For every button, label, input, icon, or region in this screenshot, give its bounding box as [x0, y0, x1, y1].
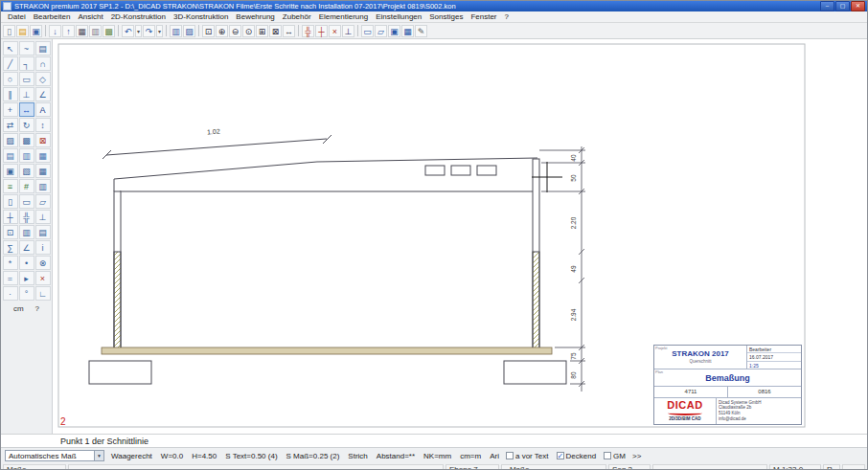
- tool-freehand-icon[interactable]: ~: [19, 41, 34, 56]
- menu-item-ansicht[interactable]: Ansicht: [74, 12, 106, 21]
- drawing-canvas[interactable]: 1.02: [53, 39, 867, 434]
- import-icon[interactable]: ↓: [49, 25, 61, 37]
- dim-checkbox-deckend[interactable]: ✓Deckend: [557, 452, 597, 460]
- tool-mesh-icon[interactable]: #: [19, 179, 34, 193]
- tool-grid-icon[interactable]: ╬: [19, 210, 34, 224]
- menu-item-bearbeiten[interactable]: Bearbeiten: [30, 12, 75, 21]
- tool-point-icon[interactable]: •: [19, 256, 34, 270]
- menu-item-help[interactable]: ?: [501, 12, 513, 21]
- select-filter-icon[interactable]: ▦: [401, 25, 414, 37]
- tool-star-icon[interactable]: *: [3, 256, 18, 270]
- tool-beam-tool-icon[interactable]: ▭: [19, 194, 34, 209]
- select-all-icon[interactable]: ▣: [388, 25, 400, 37]
- tool-clipboard-icon[interactable]: ▣: [3, 164, 18, 178]
- redo-icon[interactable]: ↷: [143, 25, 155, 37]
- zoom-window-icon[interactable]: ⊡: [202, 25, 215, 37]
- tool-column-tool-icon[interactable]: ▯: [3, 194, 18, 209]
- tool-table-icon[interactable]: ▦: [35, 164, 51, 178]
- menu-item-2d-konstruktion[interactable]: 2D-Konstruktion: [107, 12, 170, 21]
- menu-item-datei[interactable]: Datei: [4, 12, 30, 21]
- paste-icon[interactable]: ▨: [183, 25, 195, 37]
- tool-snap-node-icon[interactable]: ·: [3, 286, 18, 301]
- pan-icon[interactable]: ↔: [283, 25, 295, 37]
- select-window-icon[interactable]: ▭: [361, 25, 374, 37]
- tool-axis-icon[interactable]: ┼: [3, 210, 18, 224]
- print-icon[interactable]: ▦: [76, 25, 88, 37]
- tool-ortho-icon[interactable]: ∟: [35, 286, 51, 301]
- dim-checkbox-gm[interactable]: GM: [604, 452, 626, 460]
- undo-menu-icon[interactable]: ▾: [135, 25, 142, 37]
- snap-point-icon[interactable]: ┼: [315, 25, 328, 37]
- menu-item-zubeh-r[interactable]: Zubehör: [279, 12, 315, 21]
- tool-stretch-icon[interactable]: ↕: [35, 118, 51, 132]
- redo-menu-icon[interactable]: ▾: [156, 25, 163, 37]
- dimension-mode-dropdown[interactable]: Automatisches Maß ▼: [5, 450, 104, 461]
- tool-draw-polygon-icon[interactable]: ◇: [35, 72, 51, 86]
- save-icon[interactable]: ▣: [30, 25, 42, 37]
- menu-item-bewehrung[interactable]: Bewehrung: [232, 12, 278, 21]
- tool-erase-icon[interactable]: ⊠: [35, 133, 51, 147]
- copy-icon[interactable]: ▥: [170, 25, 182, 37]
- tool-move-icon[interactable]: +: [3, 102, 18, 117]
- tool-dimension-icon[interactable]: ↔: [19, 102, 34, 117]
- snap-perpendicular-icon[interactable]: ⊥: [342, 25, 354, 37]
- tool-info-icon[interactable]: i: [35, 240, 51, 255]
- tool-slab-tool-icon[interactable]: ▱: [35, 194, 51, 209]
- snap-intersection-icon[interactable]: ×: [329, 25, 341, 37]
- tool-draw-arc-icon[interactable]: ∩: [35, 56, 51, 71]
- undo-icon[interactable]: ↶: [122, 25, 134, 37]
- tool-zoom-sheet-icon[interactable]: ⊡: [3, 225, 18, 239]
- open-file-icon[interactable]: ▤: [16, 25, 29, 37]
- dim-checkbox-a-vor-text[interactable]: a vor Text: [506, 452, 549, 460]
- menu-item-elementierung[interactable]: Elementierung: [315, 12, 373, 21]
- sidebar-help-button[interactable]: ?: [35, 304, 39, 313]
- tool-mirror-icon[interactable]: ⇄: [3, 118, 18, 132]
- tool-fill-icon[interactable]: ▩: [19, 133, 34, 147]
- tool-draw-circle-icon[interactable]: ○: [3, 72, 18, 86]
- zoom-sheet-icon[interactable]: ⊠: [269, 25, 282, 37]
- tool-draw-rectangle-icon[interactable]: ▭: [19, 72, 34, 86]
- plot-preview-icon[interactable]: ▥: [89, 25, 102, 37]
- tool-sheet-copy-icon[interactable]: ▥: [19, 148, 34, 163]
- tool-draw-polyline-icon[interactable]: ┐: [19, 56, 34, 71]
- menu-item-einstellungen[interactable]: Einstellungen: [372, 12, 425, 21]
- tool-level-icon[interactable]: ⊥: [35, 210, 51, 224]
- tool-parallel-line-icon[interactable]: ∥: [3, 87, 18, 101]
- tool-rebar-icon[interactable]: ≡: [3, 179, 18, 193]
- tool-text-icon[interactable]: A: [35, 102, 51, 117]
- tool-sheet-blue-icon[interactable]: ▤: [3, 148, 18, 163]
- tool-draw-line-icon[interactable]: ╱: [3, 56, 18, 71]
- zoom-out-icon[interactable]: ⊖: [229, 25, 241, 37]
- tool-stirrup-icon[interactable]: ▥: [35, 179, 51, 193]
- tool-angle-line-icon[interactable]: ∠: [35, 87, 51, 101]
- select-polygon-icon[interactable]: ▱: [375, 25, 387, 37]
- zoom-previous-icon[interactable]: ⊙: [242, 25, 255, 37]
- menu-item-sonstiges[interactable]: Sonstiges: [425, 12, 467, 21]
- tool-select-arrow-icon[interactable]: ↖: [3, 41, 18, 56]
- tool-paste-object-icon[interactable]: ▧: [19, 164, 34, 178]
- export-icon[interactable]: ↑: [62, 25, 75, 37]
- tool-hatch-icon[interactable]: ▨: [3, 133, 18, 147]
- tool-equal-icon[interactable]: =: [3, 271, 18, 285]
- new-file-icon[interactable]: ▯: [3, 25, 15, 37]
- tool-rotate-icon[interactable]: ↻: [19, 118, 34, 132]
- menu-item-fenster[interactable]: Fenster: [467, 12, 500, 21]
- more-options-button[interactable]: >>: [632, 452, 641, 460]
- tool-lock-icon[interactable]: ⊗: [35, 256, 51, 270]
- tool-sheet-grid-icon[interactable]: ▦: [35, 148, 51, 163]
- minimize-button[interactable]: –: [820, 1, 834, 11]
- screenshot-icon[interactable]: ▩: [103, 25, 115, 37]
- maximize-button[interactable]: ▢: [835, 1, 850, 11]
- tool-print-sheet-icon[interactable]: ▤: [35, 225, 51, 239]
- zoom-all-icon[interactable]: ⊞: [256, 25, 268, 37]
- tool-marker-icon[interactable]: ▸: [19, 271, 34, 285]
- menu-item-3d-konstruktion[interactable]: 3D-Konstruktion: [170, 12, 232, 21]
- tool-perpendicular-line-icon[interactable]: ⊥: [19, 87, 34, 101]
- snap-grid-icon[interactable]: ╬: [302, 25, 314, 37]
- tool-pages-icon[interactable]: ▥: [19, 225, 34, 239]
- tool-sum-icon[interactable]: ∑: [3, 240, 18, 255]
- tool-delete-icon[interactable]: ×: [35, 271, 51, 285]
- tool-snap-mid-icon[interactable]: °: [19, 286, 34, 301]
- tool-layer-list-icon[interactable]: ▤: [35, 41, 51, 56]
- tool-measure-angle-icon[interactable]: ∠: [19, 240, 34, 255]
